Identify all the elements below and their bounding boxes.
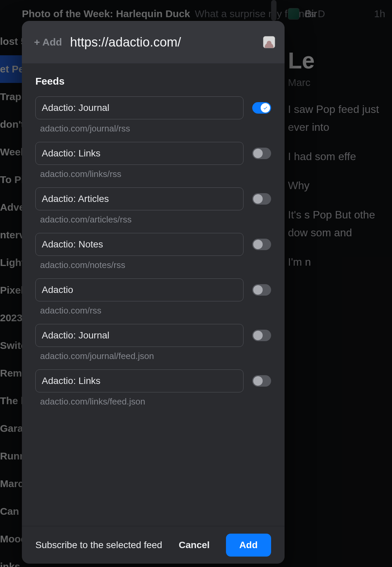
feed-url-input[interactable] xyxy=(70,35,255,50)
feed-item: Adactio: Articlesadactio.com/articles/rs… xyxy=(35,187,271,225)
feed-name-box[interactable]: Adactio: Journal xyxy=(35,324,243,347)
feed-name-box[interactable]: Adactio: Journal xyxy=(35,96,243,119)
feed-name-box[interactable]: Adactio: Links xyxy=(35,369,243,392)
feed-item: Adactio: Notesadactio.com/notes/rss xyxy=(35,233,271,270)
feed-name-box[interactable]: Adactio: Links xyxy=(35,142,243,165)
feed-url: adactio.com/links/feed.json xyxy=(35,396,271,407)
feed-toggle[interactable] xyxy=(252,375,271,387)
check-icon xyxy=(263,105,268,111)
feed-toggle[interactable] xyxy=(252,193,271,205)
feed-item: Adactio: Linksadactio.com/links/rss xyxy=(35,142,271,179)
feed-url: adactio.com/journal/rss xyxy=(35,123,271,134)
feed-item: Adactio: Linksadactio.com/links/feed.jso… xyxy=(35,369,271,407)
feed-name-box[interactable]: Adactio: Notes xyxy=(35,233,243,256)
feed-item: Adactioadactio.com/rss xyxy=(35,278,271,316)
feed-toggle[interactable] xyxy=(252,239,271,250)
site-favicon xyxy=(263,36,275,48)
add-feed-modal: + Add Feeds Adactio: Journaladactio.com/… xyxy=(22,21,285,564)
feed-url: adactio.com/notes/rss xyxy=(35,260,271,270)
feed-url: adactio.com/rss xyxy=(35,305,271,316)
footer-text: Subscribe to the selected feed xyxy=(35,540,163,550)
feed-url: adactio.com/journal/feed.json xyxy=(35,351,271,361)
feed-item: Adactio: Journaladactio.com/journal/rss xyxy=(35,96,271,134)
modal-body: Feeds Adactio: Journaladactio.com/journa… xyxy=(22,63,285,526)
feed-url: adactio.com/links/rss xyxy=(35,169,271,179)
feed-toggle[interactable] xyxy=(252,148,271,159)
cancel-button[interactable]: Cancel xyxy=(172,535,217,555)
feed-name-box[interactable]: Adactio xyxy=(35,278,243,301)
feed-name-box[interactable]: Adactio: Articles xyxy=(35,187,243,210)
modal-header: + Add xyxy=(22,21,285,63)
add-button[interactable]: Add xyxy=(226,534,271,557)
feed-toggle[interactable] xyxy=(252,330,271,341)
feed-toggle[interactable] xyxy=(252,102,271,114)
add-label: + Add xyxy=(34,36,62,48)
feed-url: adactio.com/articles/rss xyxy=(35,214,271,225)
feed-toggle[interactable] xyxy=(252,284,271,296)
modal-footer: Subscribe to the selected feed Cancel Ad… xyxy=(22,526,285,564)
feeds-section-title: Feeds xyxy=(35,76,271,87)
feed-item: Adactio: Journaladactio.com/journal/feed… xyxy=(35,324,271,361)
